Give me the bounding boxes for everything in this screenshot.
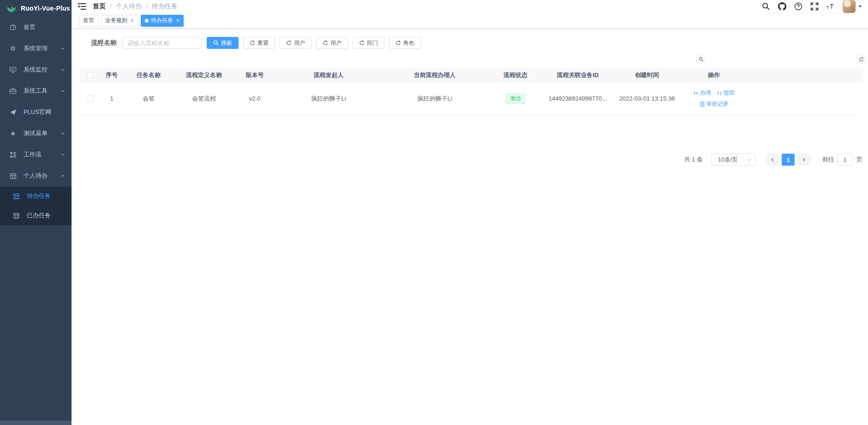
- page-size-value: 10条/页: [718, 156, 737, 164]
- search-icon[interactable]: [762, 2, 770, 11]
- workflow-icon: [9, 151, 17, 158]
- sidebar: RuoYi-Vue-Plus 首页 ⚙ 系统管理 系统监控: [0, 0, 72, 425]
- fullscreen-icon[interactable]: [810, 2, 819, 11]
- page-number-button[interactable]: 1: [782, 154, 795, 166]
- sidebar-fold-icon[interactable]: [78, 3, 86, 11]
- chevron-right-icon: [802, 157, 806, 162]
- app-logo[interactable]: RuoYi-Vue-Plus: [0, 0, 72, 17]
- refresh-icon: [323, 40, 328, 46]
- leaf-logo-icon: [6, 3, 17, 14]
- sidebar-item-personal-todo[interactable]: 个人待办: [0, 165, 72, 186]
- refresh-table-button[interactable]: [856, 54, 866, 64]
- refresh-icon: [395, 40, 401, 46]
- sidebar-item-label: 待办任务: [27, 192, 51, 200]
- github-icon[interactable]: [778, 2, 786, 11]
- chevron-down-icon: [60, 152, 65, 157]
- tab-label: 待办任务: [151, 17, 173, 24]
- process-name-input[interactable]: [122, 37, 202, 49]
- sidebar-item-label: PLUS官网: [24, 108, 51, 116]
- user-menu[interactable]: [843, 0, 862, 13]
- cell-version: v2.0: [234, 82, 275, 115]
- approval-record-link[interactable]: 审批记录: [700, 100, 729, 108]
- sidebar-item-system-tools[interactable]: 系统工具: [0, 80, 72, 102]
- sidebar-item-label: 工作流: [24, 150, 42, 159]
- approval-record-label: 审批记录: [706, 100, 729, 108]
- cell-created: 2022-03-01 13:15:36: [612, 82, 682, 115]
- goto-page-input[interactable]: [837, 154, 853, 166]
- search-icon: [699, 57, 704, 62]
- grid-icon: [9, 172, 17, 180]
- close-icon[interactable]: ×: [176, 18, 180, 24]
- cell-index: 1: [100, 82, 123, 115]
- refresh-icon: [286, 40, 292, 46]
- pagination-total: 共 1 条: [684, 156, 703, 164]
- sidebar-scrollbar[interactable]: [0, 420, 72, 425]
- app-title: RuoYi-Vue-Plus: [21, 5, 70, 12]
- cell-handler: 疯狂的狮子Li: [382, 82, 488, 115]
- dept-button[interactable]: 部门: [353, 37, 384, 49]
- sidebar-item-label: 系统管理: [24, 44, 48, 53]
- sidebar-item-done-tasks[interactable]: 已办任务: [0, 206, 72, 225]
- col-header-task-name: 任务名称: [123, 68, 174, 82]
- page-size-select[interactable]: 10条/页: [711, 154, 756, 166]
- chevron-up-icon: [60, 174, 65, 178]
- star-icon: ★: [9, 130, 17, 137]
- sidebar-item-workflow[interactable]: 工作流: [0, 144, 72, 165]
- sidebar-item-label: 个人待办: [24, 172, 48, 180]
- user-button-1[interactable]: 用户: [280, 37, 311, 49]
- app-root: RuoYi-Vue-Plus 首页 ⚙ 系统管理 系统监控: [0, 0, 868, 425]
- role-button[interactable]: 角色: [389, 37, 421, 49]
- chevron-down-icon: [60, 89, 65, 93]
- sidebar-item-label: 首页: [24, 23, 36, 31]
- cell-status: 激活: [488, 82, 543, 115]
- handle-link[interactable]: 办理: [693, 89, 711, 97]
- close-icon[interactable]: ×: [131, 18, 134, 24]
- col-header-process-def: 流程定义名称: [174, 68, 234, 82]
- select-all-checkbox[interactable]: [87, 72, 93, 78]
- goto-label: 前往: [822, 156, 834, 164]
- prev-page-button[interactable]: [766, 154, 779, 166]
- tab-todo-tasks[interactable]: 待办任务 ×: [141, 15, 184, 27]
- sidebar-item-system-monitor[interactable]: 系统监控: [0, 59, 72, 80]
- next-page-button[interactable]: [797, 154, 810, 166]
- sidebar-item-plus-site[interactable]: PLUS官网: [0, 102, 72, 123]
- reset-button[interactable]: 重置: [243, 37, 275, 49]
- row-checkbox[interactable]: [87, 96, 93, 102]
- tab-home[interactable]: 首页: [79, 15, 98, 27]
- svg-text:T: T: [826, 5, 829, 10]
- dept-button-label: 部门: [367, 39, 378, 47]
- refresh-icon: [250, 40, 255, 46]
- paper-plane-icon: [9, 108, 17, 116]
- col-header-filler: [746, 68, 862, 82]
- col-header-index: 序号: [100, 68, 123, 82]
- sidebar-item-system-manage[interactable]: ⚙ 系统管理: [0, 38, 72, 59]
- toggle-search-button[interactable]: [696, 54, 706, 64]
- sidebar-item-test-menu[interactable]: ★ 测试菜单: [0, 123, 72, 144]
- chevron-down-icon: [60, 46, 65, 51]
- user-button-2[interactable]: 用户: [316, 37, 348, 49]
- sidebar-item-label: 系统工具: [24, 87, 48, 95]
- pagination: 共 1 条 10条/页 1 前往 页: [79, 154, 862, 166]
- navbar-right-tools: T T: [762, 0, 862, 13]
- sidebar-item-label: 系统监控: [24, 66, 48, 74]
- breadcrumb-current: 待办任务: [152, 2, 178, 11]
- refresh-icon: [859, 57, 864, 62]
- top-navbar: 首页 / 个人待办 / 待办任务: [72, 0, 868, 13]
- search-button[interactable]: 搜索: [207, 37, 239, 49]
- font-size-icon[interactable]: T T: [826, 2, 835, 11]
- gear-icon: ⚙: [9, 45, 17, 52]
- active-dot-icon: [145, 19, 149, 23]
- search-icon: [213, 40, 219, 46]
- breadcrumb-home[interactable]: 首页: [93, 2, 106, 11]
- breadcrumb-personal-todo[interactable]: 个人待办: [116, 2, 142, 11]
- page-unit-label: 页: [856, 156, 862, 164]
- reject-link[interactable]: 驳回: [717, 89, 735, 97]
- dashboard-icon: [9, 24, 17, 31]
- reject-link-label: 驳回: [724, 89, 735, 97]
- sidebar-item-todo-tasks[interactable]: 待办任务: [0, 186, 72, 206]
- sidebar-item-home[interactable]: 首页: [0, 17, 72, 38]
- user-button-label: 用户: [330, 39, 341, 47]
- tab-label: 业务规则: [105, 17, 127, 24]
- tab-business-rules[interactable]: 业务规则 ×: [101, 15, 138, 27]
- help-icon[interactable]: [794, 2, 802, 11]
